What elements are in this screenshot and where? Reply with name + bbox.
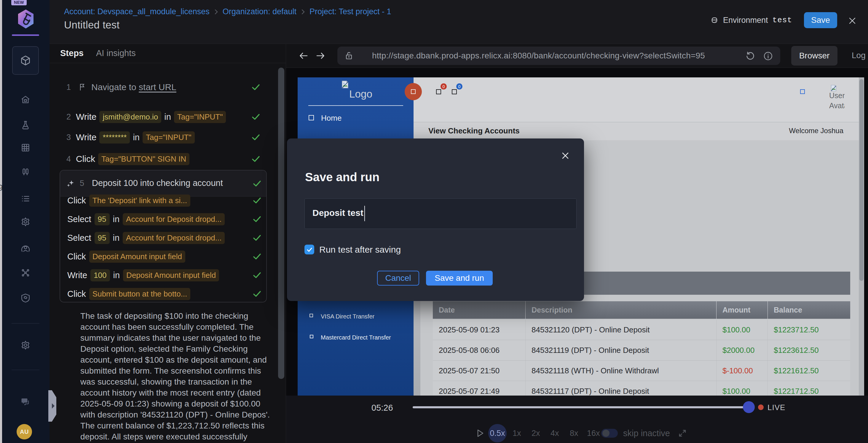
sidebar-item-settings[interactable] — [21, 340, 31, 350]
substep-row-3[interactable]: Select 95 in Account for Deposit dropd..… — [60, 231, 266, 245]
breadcrumb-organization[interactable]: Organization: default — [223, 7, 297, 16]
step-row-1[interactable]: 1 Navigate to start URL — [50, 80, 275, 94]
step-group-header[interactable]: 5 Deposit 100 into checking account — [60, 171, 266, 197]
timeline-track[interactable] — [413, 406, 744, 408]
skip-inactive-toggle[interactable] — [601, 429, 618, 438]
modal-close-button[interactable] — [561, 151, 569, 160]
home-icon — [21, 95, 31, 105]
timeline-playhead[interactable] — [743, 401, 755, 413]
browser-toolbar: http://stage.dbank.prod-apps.relicx.ai:8… — [286, 44, 868, 68]
sidebar-item-tests[interactable] — [21, 120, 31, 130]
save-button[interactable]: Save — [804, 12, 837, 28]
fullscreen-button[interactable] — [677, 428, 687, 438]
step-row-2[interactable]: 2 Write jsmith@demo.io in Tag="INPUT" — [50, 110, 275, 124]
sidebar-item-home[interactable] — [21, 95, 31, 105]
url-bar[interactable]: http://stage.dbank.prod-apps.relicx.ai:8… — [337, 47, 780, 65]
speed-8x[interactable]: 8x — [570, 429, 578, 438]
user-avatar[interactable]: AU — [17, 424, 32, 439]
bank-nav-visa[interactable]: VISA Direct Transfer — [321, 313, 374, 320]
app-logo-icon[interactable] — [16, 9, 35, 30]
column-header-amount: Amount — [716, 301, 768, 319]
step-row-3[interactable]: 3 Write ******** in Tag="INPUT" — [50, 130, 275, 144]
environment-selector[interactable]: Environment test — [710, 13, 792, 27]
bank-nav-mastercard[interactable]: Mastercard Direct Transfer — [321, 334, 391, 341]
bank-avatar-placeholder[interactable] — [405, 83, 422, 100]
tab-browser[interactable]: Browser — [791, 46, 837, 65]
check-icon — [252, 155, 260, 164]
bank-scrollbar[interactable] — [859, 78, 864, 395]
bank-nav-home[interactable]: Home — [321, 114, 342, 123]
test-name-input[interactable]: Deposit test — [305, 198, 577, 229]
gear-icon — [21, 217, 31, 227]
panel-collapse-handle[interactable] — [48, 390, 57, 423]
sidebar-item-suites[interactable] — [21, 143, 31, 153]
cell-date: 2025-05-07 21:49 — [433, 381, 526, 395]
steps-scrollbar-thumb[interactable] — [278, 68, 284, 379]
broken-image-icon — [309, 314, 313, 317]
tab-steps[interactable]: Steps — [60, 48, 84, 58]
test-name-value: Deposit test — [312, 208, 364, 218]
cube-icon — [20, 55, 31, 66]
start-url-link[interactable]: start URL — [139, 82, 176, 92]
speed-16x[interactable]: 16x — [587, 429, 600, 438]
modal-title: Save and run — [305, 171, 379, 184]
cancel-button[interactable]: Cancel — [377, 271, 419, 286]
play-button[interactable] — [476, 429, 485, 438]
close-button[interactable] — [848, 17, 856, 25]
sidebar-item-flows[interactable] — [21, 268, 31, 278]
forward-button[interactable] — [315, 51, 326, 62]
sidebar-item-active-box[interactable] — [12, 46, 39, 75]
breadcrumb-project[interactable]: Project: Test project - 1 — [309, 7, 391, 16]
sidebar-item-runs[interactable] — [21, 167, 31, 177]
svg-text:?: ? — [24, 398, 26, 403]
broken-image-icon[interactable] — [452, 89, 457, 94]
broken-image-icon — [309, 115, 314, 120]
back-button[interactable] — [298, 51, 309, 62]
step-connector: in — [164, 112, 171, 122]
substep-row-4[interactable]: Click Deposit Amount input field — [60, 249, 266, 264]
sidebar-item-results[interactable] — [21, 194, 31, 204]
substep-row-1[interactable]: Click The 'Deposit' link with a si... — [60, 193, 266, 208]
persona-icon — [21, 243, 31, 254]
substep-row-6[interactable]: Click Submit button at the botto... — [60, 287, 266, 301]
speed-4x[interactable]: 4x — [551, 429, 559, 438]
bank-header: 0 0 User Avatar — [413, 78, 859, 122]
bank-user-avatar-alt: User Avatar — [829, 90, 844, 111]
step-group-card: 5 Deposit 100 into checking account Clic… — [60, 170, 267, 302]
chevron-right-icon — [301, 9, 305, 15]
step-summary-text: The task of depositing $100 into the che… — [80, 311, 276, 442]
bank-scrollbar-thumb[interactable] — [859, 79, 864, 281]
playback-controls: 0.5x 1x 2x 4x 8x 16x skip inactive — [286, 424, 868, 442]
cell-balance: $1223712.50 — [768, 320, 850, 340]
speed-0.5x[interactable]: 0.5x — [488, 424, 507, 442]
save-and-run-button[interactable]: Save and run — [426, 271, 493, 286]
info-icon[interactable] — [763, 51, 773, 62]
broken-image-icon[interactable] — [436, 89, 441, 94]
notification-badge: 0 — [440, 83, 447, 90]
environment-label: Environment — [723, 16, 768, 25]
sidebar-item-agents[interactable] — [21, 243, 31, 254]
step-value-badge: 100 — [90, 269, 110, 282]
sidebar-item-config[interactable] — [21, 217, 31, 227]
check-icon — [253, 290, 261, 299]
tab-log[interactable]: Log — [852, 51, 866, 60]
grid-icon — [21, 143, 31, 153]
speed-1x[interactable]: 1x — [513, 429, 521, 438]
substep-row-5[interactable]: Write 100 in Deposit Amount input field — [60, 268, 266, 282]
substep-row-2[interactable]: Select 95 in Account for Deposit dropd..… — [60, 212, 266, 226]
check-icon — [253, 215, 261, 224]
run-after-save-checkbox[interactable] — [305, 245, 314, 255]
speed-2x[interactable]: 2x — [531, 429, 540, 438]
steps-tabs: Steps AI insights — [50, 44, 286, 63]
check-icon — [252, 113, 260, 122]
tab-ai-insights[interactable]: AI insights — [96, 48, 136, 58]
breadcrumb-account[interactable]: Account: Devspace_all_module_licenses — [64, 7, 210, 16]
refresh-icon[interactable] — [745, 51, 755, 62]
check-icon — [253, 272, 261, 280]
sidebar-item-integrations[interactable] — [21, 293, 31, 303]
sidebar-item-help[interactable]: ? — [21, 397, 31, 407]
broken-image-icon[interactable] — [800, 89, 805, 94]
run-after-save-label[interactable]: Run test after saving — [319, 245, 401, 255]
step-text-prefix: Navigate to — [91, 82, 139, 92]
step-row-4[interactable]: 4 Click Tag="BUTTON" SIGN IN — [50, 152, 275, 166]
